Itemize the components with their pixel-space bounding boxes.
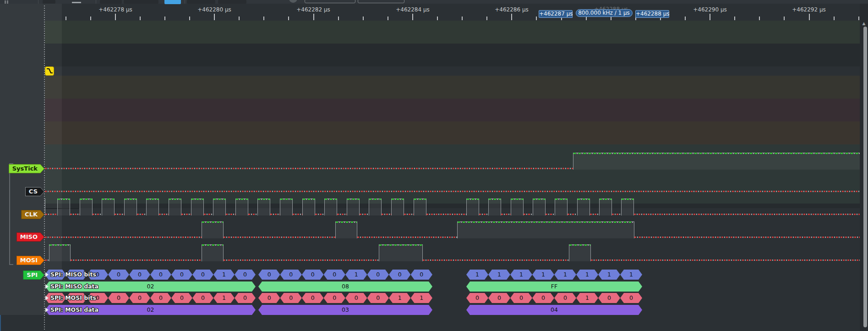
scrollbar-up-icon[interactable]: ▲ xyxy=(861,21,867,26)
decoder-row-label: SPI: MISO data xyxy=(50,283,98,290)
waveform-area[interactable]: 00000000100000100011111111SPI: MISO bits… xyxy=(45,21,860,331)
toolbar-dropdown[interactable] xyxy=(305,0,355,3)
high-level-line xyxy=(303,199,315,200)
decoder-row-expand-icon[interactable] xyxy=(45,296,49,300)
run-button[interactable] xyxy=(164,0,181,4)
cursor-left-flag[interactable]: +462287 µs xyxy=(539,10,573,18)
high-level-line xyxy=(414,199,426,200)
high-level-line xyxy=(533,199,545,200)
spi-bit-annotation: 0 xyxy=(620,293,642,303)
clk-pulse xyxy=(466,199,479,215)
high-level-line xyxy=(213,199,225,200)
time-ruler[interactable]: +462288 µs+462278 µs+462280 µs+462282 µs… xyxy=(0,4,860,21)
decoder-tag-spi[interactable]: SPI xyxy=(23,270,44,280)
spi-data-annotation: 04 xyxy=(466,305,642,315)
channel-tag-clk[interactable]: CLK xyxy=(21,210,44,219)
toolbar-button[interactable] xyxy=(43,0,55,4)
pause-icon[interactable] xyxy=(5,0,6,4)
channel-tag-miso[interactable]: MISO xyxy=(16,232,44,242)
spi-bit-annotation: 0 xyxy=(192,270,213,280)
cursor-line[interactable] xyxy=(0,315,1,331)
decoder-row-label: SPI: MISO bits xyxy=(50,271,96,278)
high-level-line xyxy=(347,199,359,200)
channel-tag-label: CS xyxy=(26,188,44,196)
systick-pulse xyxy=(573,153,860,170)
decoder-row-expand-icon[interactable] xyxy=(45,284,49,289)
trace-group-bracket[interactable] xyxy=(9,163,10,265)
pause-icon[interactable] xyxy=(7,0,8,4)
channel-tag-mosi[interactable]: MOSI xyxy=(16,256,44,265)
clk-low-level-line xyxy=(337,214,347,215)
miso-low-level-line xyxy=(224,237,335,238)
spi-bit-annotation: 0 xyxy=(171,270,192,280)
clk-low-level-line xyxy=(204,214,213,215)
high-level-line xyxy=(392,199,404,200)
toolbar-button[interactable] xyxy=(187,0,215,4)
spi-bit-annotation: 1 xyxy=(411,293,433,303)
spi-bit-annotation: 0 xyxy=(532,293,554,303)
clk-low-level-line xyxy=(360,214,369,215)
cursor-measurement-pill: 800.000 kHz / 1 µs xyxy=(576,9,633,17)
ruler-time-label: +462290 µs xyxy=(693,6,727,13)
toolbar-button[interactable] xyxy=(100,0,122,4)
miso-pulse xyxy=(457,221,634,238)
ruler-tick xyxy=(511,14,512,20)
decoder-row-expand-icon[interactable] xyxy=(45,272,49,277)
clk-low-level-line xyxy=(270,214,280,215)
mosi-pulse xyxy=(202,244,224,261)
clk-pulse xyxy=(213,199,226,215)
scrollbar-thumb[interactable] xyxy=(863,27,867,327)
spi-bit-annotation: 0 xyxy=(488,293,510,303)
spi-bit-annotation: 0 xyxy=(367,270,389,280)
ruler-time-label: +462284 µs xyxy=(396,6,430,13)
cursor-right-flag[interactable]: +462288 µs xyxy=(635,10,669,18)
high-level-line xyxy=(202,221,223,223)
clk-low-level-line xyxy=(546,214,555,215)
ruler-tick xyxy=(363,17,364,20)
spi-bit-annotation: 0 xyxy=(108,270,129,280)
high-level-line xyxy=(555,199,567,200)
channel-tag-systick[interactable]: SysTick xyxy=(9,164,44,173)
toolbar-dropdown[interactable] xyxy=(358,0,404,3)
clk-pulse xyxy=(621,199,634,215)
clk-low-level-line xyxy=(612,214,621,215)
decoder-row-expand-icon[interactable] xyxy=(45,308,49,312)
clk-low-level-line xyxy=(70,214,80,215)
clk-low-level-line xyxy=(426,214,466,215)
row-background-systick xyxy=(45,21,860,44)
clk-pulse xyxy=(302,199,315,215)
ruler-tick xyxy=(313,14,314,20)
spi-bit-annotation: 0 xyxy=(324,293,346,303)
knob-icon[interactable] xyxy=(289,0,297,3)
ruler-tick xyxy=(66,17,66,20)
high-level-line xyxy=(578,199,590,200)
toolbar-button[interactable] xyxy=(124,0,158,4)
spi-bit-annotation: 1 xyxy=(576,270,598,280)
spi-bit-annotation: 0 xyxy=(598,293,620,303)
spi-bit-annotation: 0 xyxy=(150,270,171,280)
clk-pulse xyxy=(488,199,501,215)
ruler-tick xyxy=(685,17,686,20)
trigger-falling-edge-icon[interactable] xyxy=(45,66,54,76)
clk-low-level-line xyxy=(501,214,510,215)
high-level-line xyxy=(280,199,292,200)
ruler-tick xyxy=(858,17,859,20)
spi-bit-annotation: 0 xyxy=(302,293,324,303)
toolbar-button[interactable] xyxy=(218,0,246,4)
ruler-time-label: +462282 µs xyxy=(296,6,330,13)
clk-pulse xyxy=(57,199,70,215)
clk-pulse xyxy=(414,199,426,215)
clk-low-level-line xyxy=(590,214,599,215)
spi-bit-annotation: 0 xyxy=(510,293,532,303)
decoder-row-label: SPI: MOSI bits xyxy=(50,294,96,301)
ruler-tick xyxy=(536,17,537,20)
high-level-line xyxy=(622,199,633,200)
decoder-row-label: SPI: MOSI data xyxy=(50,306,98,313)
clk-pulse xyxy=(235,199,248,215)
toolbar-button[interactable] xyxy=(72,2,81,3)
clk-low-level-line xyxy=(634,214,860,215)
channel-tag-cs[interactable]: CS xyxy=(25,187,44,196)
clk-pulse xyxy=(280,199,293,215)
channel-tag-label: SysTick xyxy=(9,165,44,173)
clk-pulse xyxy=(577,199,590,215)
